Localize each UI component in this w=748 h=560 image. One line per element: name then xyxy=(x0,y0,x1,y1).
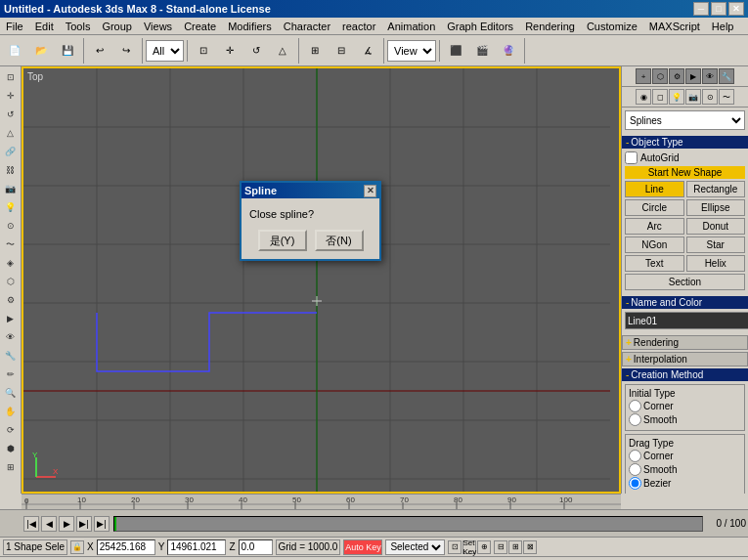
menu-item-maxscript[interactable]: MAXScript xyxy=(645,20,704,33)
splines-dropdown[interactable]: Splines xyxy=(625,110,745,130)
drag-smooth-radio[interactable] xyxy=(629,463,641,476)
snap3d-button[interactable]: ⊟ xyxy=(329,38,354,64)
layer-dropdown[interactable]: All xyxy=(146,40,184,62)
playback-end-button[interactable]: ▶| xyxy=(94,516,110,532)
menu-item-graph-editors[interactable]: Graph Editors xyxy=(443,20,517,33)
name-input[interactable] xyxy=(625,312,748,329)
rp-light-icon[interactable]: 💡 xyxy=(669,89,684,105)
rp-display-icon[interactable]: 👁 xyxy=(702,68,718,84)
display-tool[interactable]: 👁 xyxy=(2,328,20,346)
key-mode-button[interactable]: ⊡ xyxy=(448,540,462,554)
link-tool[interactable]: 🔗 xyxy=(2,143,20,160)
modifier-tool[interactable]: ⬡ xyxy=(2,273,20,290)
key-filter-button[interactable]: ⊕ xyxy=(477,540,491,554)
rp-utility-icon[interactable]: 🔧 xyxy=(719,68,734,84)
rp-hierarchy-icon[interactable]: ⚙ xyxy=(669,68,684,84)
menu-item-tools[interactable]: Tools xyxy=(62,20,95,33)
extra-btn-2[interactable]: ⊞ xyxy=(508,540,522,554)
open-button[interactable]: 📂 xyxy=(28,38,54,64)
lock-button[interactable]: 🔒 xyxy=(70,540,84,554)
menu-item-rendering[interactable]: Rendering xyxy=(521,20,579,33)
helper-tool[interactable]: ⊙ xyxy=(2,217,20,235)
view-dropdown[interactable]: View xyxy=(387,40,436,62)
select-button[interactable]: ⊡ xyxy=(191,38,216,64)
menu-item-character[interactable]: Character xyxy=(280,20,334,33)
rp-motion-icon[interactable]: ▶ xyxy=(685,68,701,84)
shape-btn-rectangle[interactable]: Rectangle xyxy=(686,181,746,197)
menu-item-reactor[interactable]: reactor xyxy=(338,20,379,33)
render-scene-button[interactable]: 🎬 xyxy=(469,38,495,64)
zoom-extents-tool[interactable]: ⊞ xyxy=(2,458,20,476)
shape-btn-section[interactable]: Section xyxy=(625,274,745,290)
menu-item-animation[interactable]: Animation xyxy=(383,20,439,33)
shape-btn-donut[interactable]: Donut xyxy=(686,218,746,235)
menu-item-views[interactable]: Views xyxy=(140,20,176,33)
camera-tool[interactable]: 📷 xyxy=(2,180,20,197)
menu-item-group[interactable]: Group xyxy=(98,20,136,33)
rp-create-icon[interactable]: + xyxy=(636,68,651,84)
extra-btn-1[interactable]: ⊟ xyxy=(494,540,507,554)
save-button[interactable]: 💾 xyxy=(55,38,80,64)
material-tool[interactable]: ◈ xyxy=(2,254,20,272)
menu-item-file[interactable]: File xyxy=(2,20,27,33)
shape-btn-ngon[interactable]: NGon xyxy=(625,237,684,253)
move-button[interactable]: ✛ xyxy=(217,38,242,64)
dialog-close-button[interactable]: ✕ xyxy=(364,185,376,197)
move-tool[interactable]: ✛ xyxy=(2,87,20,105)
playback-start-button[interactable]: |◀ xyxy=(23,516,39,532)
rp-spacewarp-icon[interactable]: 〜 xyxy=(719,89,734,105)
shape-btn-text[interactable]: Text xyxy=(625,255,684,272)
playback-next-button[interactable]: ▶| xyxy=(76,516,92,532)
x-input[interactable] xyxy=(97,539,155,555)
initial-corner-radio[interactable] xyxy=(629,400,641,412)
menu-item-edit[interactable]: Edit xyxy=(31,20,58,33)
menu-item-customize[interactable]: Customize xyxy=(583,20,641,33)
menu-item-help[interactable]: Help xyxy=(708,20,738,33)
minimize-button[interactable]: ─ xyxy=(693,2,709,16)
dialog-no-button[interactable]: 否(N) xyxy=(315,230,364,251)
key-filter-dropdown[interactable]: Selected xyxy=(385,539,445,555)
scale-tool[interactable]: △ xyxy=(2,124,20,142)
maximize-button[interactable]: □ xyxy=(711,2,726,16)
scale-button[interactable]: △ xyxy=(270,38,295,64)
set-key-button[interactable]: Set Key xyxy=(462,540,476,554)
rendering-collapse[interactable]: + Rendering xyxy=(622,335,748,350)
redo-button[interactable]: ↪ xyxy=(113,38,139,64)
extra-btn-3[interactable]: ⊠ xyxy=(523,540,537,554)
pan-tool[interactable]: ✋ xyxy=(2,403,20,420)
start-new-shape-btn[interactable]: Start New Shape xyxy=(625,166,745,179)
snap2d-button[interactable]: ⊞ xyxy=(302,38,328,64)
light-tool[interactable]: 💡 xyxy=(2,198,20,216)
timeline-track[interactable] xyxy=(113,516,703,532)
dialog-yes-button[interactable]: 是(Y) xyxy=(258,230,307,251)
menu-item-modifiers[interactable]: Modifiers xyxy=(224,20,276,33)
z-input[interactable] xyxy=(239,539,273,555)
shape-btn-star[interactable]: Star xyxy=(686,237,746,253)
rp-helper-icon[interactable]: ⊙ xyxy=(702,89,718,105)
undo-button[interactable]: ↩ xyxy=(87,38,112,64)
utilities-tool[interactable]: 🔧 xyxy=(2,347,20,365)
y-input[interactable] xyxy=(167,539,226,555)
sketch-tool[interactable]: ✏ xyxy=(2,366,20,383)
rp-shape-icon[interactable]: ◻ xyxy=(652,89,668,105)
playback-play-button[interactable]: ▶ xyxy=(59,516,74,532)
auto-key-button[interactable]: Auto Key xyxy=(343,539,382,555)
shape-btn-circle[interactable]: Circle xyxy=(625,199,684,216)
field-of-view-tool[interactable]: ⬢ xyxy=(2,440,20,457)
new-button[interactable]: 📄 xyxy=(2,38,27,64)
close-button[interactable]: ✕ xyxy=(728,2,744,16)
shape-btn-arc[interactable]: Arc xyxy=(625,218,684,235)
render-button[interactable]: ⬛ xyxy=(443,38,468,64)
menu-item-create[interactable]: Create xyxy=(180,20,220,33)
initial-smooth-radio[interactable] xyxy=(629,413,641,426)
rotate-tool[interactable]: ↺ xyxy=(2,106,20,123)
rp-geo-icon[interactable]: ◉ xyxy=(636,89,651,105)
shape-btn-line[interactable]: Line xyxy=(625,181,684,197)
zoom-tool[interactable]: 🔍 xyxy=(2,384,20,402)
autogrid-checkbox[interactable] xyxy=(625,151,638,164)
drag-corner-radio[interactable] xyxy=(629,450,641,462)
rp-modify-icon[interactable]: ⬡ xyxy=(652,68,668,84)
shape-btn-ellipse[interactable]: Ellipse xyxy=(686,199,746,216)
motion-tool[interactable]: ▶ xyxy=(2,310,20,327)
material-editor-button[interactable]: 🔮 xyxy=(496,38,521,64)
